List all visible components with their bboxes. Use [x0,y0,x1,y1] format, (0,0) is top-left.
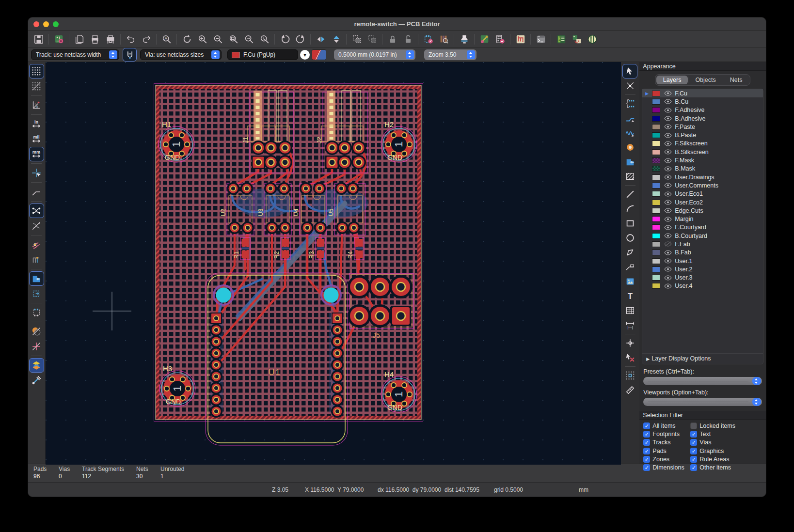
library-browser-button[interactable] [436,32,451,47]
filter-dimensions[interactable]: ✓Dimensions [643,464,690,471]
layer-visibility-eye-icon[interactable] [664,166,675,172]
layer-visibility-eye-icon[interactable] [664,191,675,197]
grid-display-button[interactable] [30,64,44,78]
flip-vertical-button[interactable] [329,32,344,47]
layer-display-options[interactable]: ▶Layer Display Options [642,353,763,364]
design-rules-check-button[interactable] [492,32,508,47]
auto-track-width-button[interactable] [123,48,136,61]
layer-row-user-eco2[interactable]: User.Eco2 [642,198,763,206]
free-angle-mode-button[interactable] [30,185,44,199]
layer-row-f-silkscreen[interactable]: F.Silkscreen [642,140,763,148]
lock-button[interactable] [385,32,400,47]
add-polygon-button[interactable] [623,246,637,259]
via-size-select[interactable]: Via: use netclass sizes [140,49,222,60]
zone-fill-display-button[interactable] [30,272,44,285]
viewports-select[interactable] [643,398,762,406]
unlock-button[interactable] [400,32,415,47]
layer-color-swatch[interactable] [652,233,660,239]
active-layer-select[interactable]: F.Cu (PgUp) [227,49,298,60]
measure-tool-button[interactable] [623,383,637,397]
layer-color-swatch[interactable] [652,208,660,214]
add-table-button[interactable] [623,304,637,317]
layer-row-b-silkscreen[interactable]: B.Silkscreen [642,148,763,156]
sketch-footprints-button[interactable] [30,306,44,319]
grid-select[interactable]: 0.5000 mm (0.0197 in) [334,49,415,60]
add-filled-zone-button[interactable] [623,155,637,169]
layer-color-swatch[interactable] [652,216,660,222]
zoom-in-button[interactable] [195,32,210,47]
layer-color-swatch[interactable] [652,116,660,122]
layer-color-swatch[interactable] [652,132,660,138]
add-leader-button[interactable] [623,260,637,274]
layer-color-swatch[interactable] [652,275,660,281]
redo-button[interactable] [139,32,154,47]
layer-color-swatch[interactable] [652,91,660,96]
add-dimension-button[interactable]: |—| [623,318,637,332]
layer-color-swatch[interactable] [652,258,660,264]
titlebar[interactable]: remote-switch — PCB Editor [28,17,766,31]
filter-graphics[interactable]: ✓Graphics [690,448,762,454]
layer-row-b-adhesive[interactable]: B.Adhesive [642,114,763,123]
layer-color-swatch[interactable] [652,166,660,172]
net-inspector-button[interactable] [513,32,528,47]
zone-outline-display-button[interactable] [30,287,44,300]
checkbox-icon[interactable]: ✓ [690,456,697,463]
layer-row-f-paste[interactable]: F.Paste [642,123,763,131]
layer-visibility-eye-icon[interactable] [664,258,675,264]
filter-footprints[interactable]: ✓Footprints [643,431,690,438]
layer-row-f-courtyard[interactable]: F.Courtyard [642,223,763,232]
layer-row-b-fab[interactable]: B.Fab [642,249,763,257]
board-setup-button[interactable] [51,32,66,47]
checkbox-icon[interactable]: ✓ [643,431,650,438]
add-arc-button[interactable] [623,202,637,216]
highlight-nets-button[interactable] [30,238,44,251]
flip-horizontal-button[interactable] [313,32,328,47]
highlight-net-button[interactable] [623,79,637,93]
layer-row-f-cu[interactable]: ▶F.Cu [642,89,763,97]
zoom-selection-button[interactable] [257,32,272,47]
layer-row-b-mask[interactable]: B.Mask [642,165,763,173]
zoom-objects-button[interactable] [241,32,256,47]
ungroup-button[interactable] [365,32,380,47]
layer-color-swatch[interactable] [652,99,660,105]
filter-tracks[interactable]: ✓Tracks [643,439,690,446]
plot-button[interactable] [103,32,118,47]
layer-color-swatch[interactable] [652,157,660,163]
undo-button[interactable] [123,32,138,47]
add-text-button[interactable]: T [623,289,637,303]
layer-visibility-eye-icon[interactable] [664,208,675,213]
filter-pads[interactable]: ✓Pads [643,448,690,454]
units-mils-button[interactable]: mil [30,132,44,146]
layer-visibility-eye-icon[interactable] [664,200,675,205]
layer-row-user-2[interactable]: User.2 [642,265,763,273]
search-button[interactable]: A [159,32,174,47]
3d-viewer-button[interactable] [585,32,600,47]
exchange-footprint-button[interactable] [457,32,472,47]
filter-rule-areas[interactable]: ✓Rule Areas [690,456,762,463]
zoom-out-button[interactable] [210,32,225,47]
add-via-button[interactable] [623,141,637,154]
layer-row-user-drawings[interactable]: User.Drawings [642,173,763,181]
checkbox-icon[interactable]: ✓ [643,422,650,429]
add-rule-area-button[interactable] [623,170,637,183]
layer-row-b-paste[interactable]: B.Paste [642,131,763,139]
footprint-list-button[interactable]: 12 [554,32,569,47]
add-image-button[interactable] [623,275,637,288]
layer-pair-swatch[interactable] [312,49,326,60]
checkbox-icon[interactable]: ✓ [643,439,650,446]
checkbox-icon[interactable]: ✓ [690,422,697,429]
layer-color-swatch[interactable] [652,200,660,205]
layer-visibility-eye-icon[interactable] [664,225,675,230]
layer-color-swatch[interactable] [652,250,660,255]
route-tracks-button[interactable] [623,111,637,125]
select-tool-button[interactable] [623,64,637,78]
pcb-canvas[interactable]: H1 GND 1 H2 GND 1 H3 GND 1 H4 GND 1 [46,62,620,464]
filter-locked-items[interactable]: ✓Locked items [690,422,762,429]
add-line-button[interactable] [623,188,637,201]
save-button[interactable] [31,32,46,47]
layer-visibility-eye-icon[interactable] [664,250,675,255]
update-from-schematic-button[interactable] [569,32,584,47]
layer-row-user-comments[interactable]: User.Comments [642,181,763,189]
tab-objects[interactable]: Objects [688,76,722,84]
layer-row-b-cu[interactable]: B.Cu [642,97,763,106]
